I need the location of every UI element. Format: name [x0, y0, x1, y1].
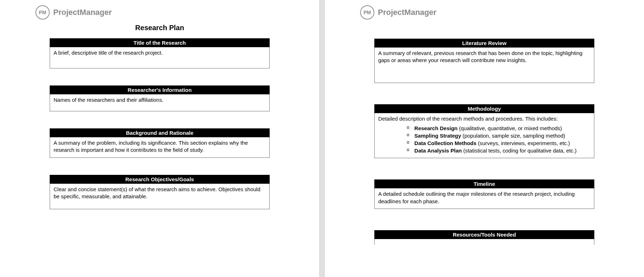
- brand-header: PM ProjectManager: [35, 5, 284, 20]
- list-item: o Data Collection Methods (surveys, inte…: [407, 139, 590, 147]
- list-item-rest: (population, sample size, sampling metho…: [461, 133, 565, 139]
- list-item: o Sampling Strategy (population, sample …: [407, 132, 590, 139]
- list-item-rest: (qualitative, quantitative, or mixed met…: [458, 125, 562, 131]
- section-body: A summary of relevant, previous research…: [374, 48, 594, 83]
- page-1: PM ProjectManager Research Plan Title of…: [0, 0, 319, 277]
- section-title-of-research: Title of the Research A brief, descripti…: [50, 38, 270, 68]
- methodology-intro: Detailed description of the research met…: [378, 115, 590, 122]
- section-body: A summary of the problem, including its …: [50, 137, 270, 158]
- section-header: Background and Rationale: [50, 128, 270, 137]
- list-item: o Research Design (qualitative, quantita…: [407, 124, 590, 132]
- list-item-rest: (surveys, interviews, experiments, etc.): [477, 140, 570, 146]
- section-resources-tools: Resources/Tools Needed: [374, 230, 594, 245]
- section-body: A detailed schedule outlining the major …: [374, 188, 594, 209]
- section-header: Methodology: [374, 104, 594, 113]
- section-timeline: Timeline A detailed schedule outlining t…: [374, 179, 594, 209]
- methodology-list: o Research Design (qualitative, quantita…: [407, 124, 590, 154]
- section-header: Literature Review: [374, 39, 594, 48]
- section-header: Research Objectives/Goals: [50, 175, 270, 184]
- section-researchers-information: Researcher's Information Names of the re…: [50, 85, 270, 111]
- brand-header: PM ProjectManager: [360, 5, 609, 20]
- page-2: PM ProjectManager Literature Review A su…: [325, 0, 644, 277]
- section-header: Title of the Research: [50, 38, 270, 47]
- list-item-label: Data Analysis Plan: [414, 148, 462, 154]
- section-research-objectives: Research Objectives/Goals Clear and conc…: [50, 175, 270, 209]
- section-header: Timeline: [374, 179, 594, 188]
- list-item-label: Sampling Strategy: [414, 133, 461, 139]
- list-item-label: Data Collection Methods: [414, 140, 477, 146]
- brand-name: ProjectManager: [378, 8, 436, 17]
- section-body: Names of the researchers and their affil…: [50, 94, 270, 111]
- section-literature-review: Literature Review A summary of relevant,…: [374, 39, 594, 83]
- section-background-rationale: Background and Rationale A summary of th…: [50, 128, 270, 158]
- section-methodology: Methodology Detailed description of the …: [374, 104, 594, 158]
- section-body: Clear and concise statement(s) of what t…: [50, 184, 270, 209]
- list-item: o Data Analysis Plan (statistical tests,…: [407, 147, 590, 154]
- section-body: A brief, descriptive title of the resear…: [50, 47, 270, 68]
- bullet-icon: o: [407, 147, 409, 154]
- bullet-icon: o: [407, 132, 409, 139]
- section-body: [374, 239, 594, 245]
- page-gap: [319, 0, 325, 277]
- pm-logo-icon: PM: [35, 5, 50, 20]
- section-header: Researcher's Information: [50, 85, 270, 94]
- section-header: Resources/Tools Needed: [374, 230, 594, 239]
- list-item-label: Research Design: [414, 125, 458, 131]
- bullet-icon: o: [407, 139, 409, 147]
- bullet-icon: o: [407, 124, 409, 132]
- document-title: Research Plan: [35, 24, 284, 32]
- section-body: Detailed description of the research met…: [374, 113, 594, 158]
- list-item-rest: (statistical tests, coding for qualitati…: [462, 148, 576, 154]
- pm-logo-icon: PM: [360, 5, 374, 20]
- brand-name: ProjectManager: [53, 8, 112, 17]
